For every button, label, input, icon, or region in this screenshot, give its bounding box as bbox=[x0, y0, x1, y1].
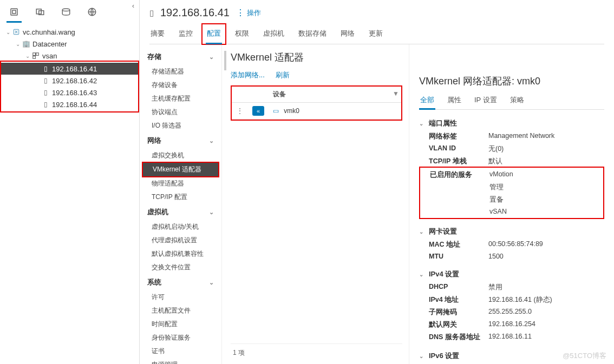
storage-view-icon[interactable] bbox=[61, 6, 71, 17]
tree-host[interactable]: ▯ 192.168.16.42 bbox=[1, 75, 138, 87]
config-item[interactable]: 默认虚拟机兼容性 bbox=[140, 247, 221, 261]
kv-key: IPv4 地址 bbox=[429, 295, 488, 305]
config-section-storage[interactable]: 存储⌄ bbox=[140, 49, 221, 65]
detail-tab-properties[interactable]: 属性 bbox=[446, 93, 462, 109]
host-icon: ▯ bbox=[41, 65, 50, 72]
config-item[interactable]: 虚拟交换机 bbox=[140, 149, 221, 162]
section-port-properties: ⌄ 端口属性 网络标签Management Network VLAN ID无(0… bbox=[419, 116, 604, 219]
section-header[interactable]: ⌄ 端口属性 bbox=[419, 116, 604, 130]
config-section-vm[interactable]: 虚拟机⌄ bbox=[140, 204, 221, 220]
tree-host[interactable]: ▯ 192.168.16.43 bbox=[1, 87, 138, 98]
tab-networks[interactable]: 网络 bbox=[339, 25, 356, 44]
hosts-clusters-view-icon[interactable] bbox=[9, 6, 19, 17]
config-item[interactable]: 交换文件位置 bbox=[140, 261, 221, 274]
actions-menu-button[interactable]: ⋮ 操作 bbox=[236, 8, 261, 18]
device-table-highlight: 设备 ▼ ⋮ « ▭ vmk0 bbox=[231, 85, 402, 121]
config-item[interactable]: 存储适配器 bbox=[140, 65, 221, 78]
kv-key: 网络标签 bbox=[429, 132, 488, 141]
cluster-icon bbox=[31, 52, 40, 59]
nic-icon: ▭ bbox=[273, 107, 279, 115]
col-device[interactable]: 设备 ▼ bbox=[269, 87, 401, 103]
svg-rect-7 bbox=[33, 53, 36, 56]
detail-tabs: 全部 属性 IP 设置 策略 bbox=[419, 93, 604, 110]
tab-datastores[interactable]: 数据存储 bbox=[297, 25, 328, 44]
section-header[interactable]: ⌄ 网卡设置 bbox=[419, 224, 604, 239]
tab-vms[interactable]: 虚拟机 bbox=[262, 25, 285, 44]
device-name: vmk0 bbox=[284, 107, 299, 115]
section-header[interactable]: ⌄ IPv4 设置 bbox=[419, 267, 604, 281]
config-section-system[interactable]: 系统⌄ bbox=[140, 274, 221, 290]
detail-tab-ip-settings[interactable]: IP 设置 bbox=[473, 93, 498, 109]
kv-value: 置备 bbox=[489, 195, 603, 204]
main-header: ▯ 192.168.16.41 ⋮ 操作 摘要 监控 配置 权限 虚拟机 数据存… bbox=[140, 0, 614, 44]
enabled-services-highlight: 已启用的服务vMotion 管理 置备 vSAN bbox=[419, 167, 604, 219]
config-item[interactable]: 协议端点 bbox=[140, 105, 221, 119]
vmkernel-detail-pane: VMkernel 网络适配器: vmk0 全部 属性 IP 设置 策略 ⌄ 端口… bbox=[409, 44, 614, 364]
config-item-vmkernel-adapters[interactable]: VMkernel 适配器 bbox=[143, 163, 218, 176]
row-actions-icon[interactable]: ⋮ bbox=[236, 107, 244, 115]
detail-tab-policies[interactable]: 策略 bbox=[509, 93, 525, 109]
kv-key: 子网掩码 bbox=[429, 308, 488, 317]
tree-vcenter-root[interactable]: ⌄ vc.chunhai.wang bbox=[0, 26, 139, 38]
configure-side-nav: 存储⌄ 存储适配器 存储设备 主机缓存配置 协议端点 I/O 筛选器 网络⌄ 虚… bbox=[140, 44, 222, 364]
tree-host[interactable]: ▯ 192.168.16.44 bbox=[1, 98, 138, 110]
collapse-left-panel-icon[interactable]: ‹ bbox=[129, 2, 137, 10]
svg-point-4 bbox=[62, 9, 70, 11]
config-item[interactable]: 主机缓存配置 bbox=[140, 92, 221, 105]
tab-permissions[interactable]: 权限 bbox=[234, 25, 250, 44]
config-item[interactable]: 电源管理 bbox=[140, 358, 221, 364]
networking-view-icon[interactable] bbox=[87, 6, 97, 17]
twisty-icon[interactable]: ⌄ bbox=[4, 29, 12, 35]
config-item[interactable]: 物理适配器 bbox=[140, 177, 221, 190]
tree-label: 192.168.16.43 bbox=[52, 89, 97, 97]
kv-key: DNS 服务器地址 bbox=[429, 333, 488, 342]
tab-updates[interactable]: 更新 bbox=[368, 25, 384, 44]
device-table: 设备 ▼ ⋮ « ▭ vmk0 bbox=[232, 87, 401, 120]
tree-cluster[interactable]: ⌄ vsan bbox=[0, 50, 139, 62]
vmkernel-adapters-highlight: VMkernel 适配器 bbox=[142, 162, 219, 177]
config-item[interactable]: 时间配置 bbox=[140, 317, 221, 331]
refresh-button[interactable]: 刷新 bbox=[276, 70, 290, 80]
center-title: VMkernel 适配器 bbox=[231, 51, 402, 64]
tab-configure[interactable]: 配置 bbox=[206, 25, 222, 44]
config-item[interactable]: 代理虚拟机设置 bbox=[140, 234, 221, 247]
config-item[interactable]: 存储设备 bbox=[140, 78, 221, 92]
config-item[interactable]: 主机配置文件 bbox=[140, 304, 221, 317]
chevron-down-icon: ⌄ bbox=[419, 272, 426, 277]
twisty-icon[interactable]: ⌄ bbox=[14, 41, 22, 47]
kv-value: 1500 bbox=[488, 253, 604, 260]
config-item[interactable]: 证书 bbox=[140, 345, 221, 358]
tree-label: 192.168.16.41 bbox=[52, 65, 97, 73]
kv-value: Management Network bbox=[488, 132, 604, 141]
config-item[interactable]: 身份验证服务 bbox=[140, 331, 221, 345]
twisty-icon[interactable]: ⌄ bbox=[24, 53, 31, 59]
chevron-down-icon: ⌄ bbox=[209, 279, 214, 286]
collapse-row-button[interactable]: « bbox=[252, 106, 264, 116]
tree-host[interactable]: ▯ 192.168.16.41 bbox=[1, 63, 138, 75]
watermark-text: @51CTO博客 bbox=[563, 351, 606, 361]
col-toggle bbox=[248, 87, 269, 103]
main-tabs: 摘要 监控 配置 权限 虚拟机 数据存储 网络 更新 bbox=[149, 25, 604, 44]
filter-icon[interactable]: ▼ bbox=[393, 90, 399, 97]
tab-monitor[interactable]: 监控 bbox=[178, 25, 194, 44]
chevron-down-icon: ⌄ bbox=[419, 229, 426, 235]
tree-datacenter[interactable]: ⌄ 🏢 Datacenter bbox=[0, 38, 139, 50]
vms-templates-view-icon[interactable] bbox=[35, 6, 45, 17]
add-networking-button[interactable]: 添加网络... bbox=[231, 70, 265, 80]
host-icon: ▯ bbox=[41, 89, 50, 96]
host-icon: ▯ bbox=[149, 8, 154, 18]
tree-label: Datacenter bbox=[32, 40, 67, 48]
detail-tab-all[interactable]: 全部 bbox=[419, 93, 435, 109]
table-row[interactable]: ⋮ « ▭ vmk0 bbox=[232, 103, 401, 120]
tree-label: vsan bbox=[42, 52, 57, 60]
config-item[interactable]: TCP/IP 配置 bbox=[140, 190, 221, 204]
hosts-highlight-box: ▯ 192.168.16.41 ▯ 192.168.16.42 ▯ 192.16… bbox=[0, 61, 139, 112]
config-item[interactable]: I/O 筛选器 bbox=[140, 119, 221, 133]
svg-rect-1 bbox=[12, 10, 16, 14]
kv-value: 255.255.255.0 bbox=[488, 308, 604, 317]
tab-summary[interactable]: 摘要 bbox=[149, 25, 166, 44]
row-count-footer: 1 项 bbox=[231, 343, 402, 360]
config-item[interactable]: 虚拟机启动/关机 bbox=[140, 220, 221, 234]
config-section-network[interactable]: 网络⌄ bbox=[140, 133, 221, 149]
config-item[interactable]: 许可 bbox=[140, 290, 221, 304]
